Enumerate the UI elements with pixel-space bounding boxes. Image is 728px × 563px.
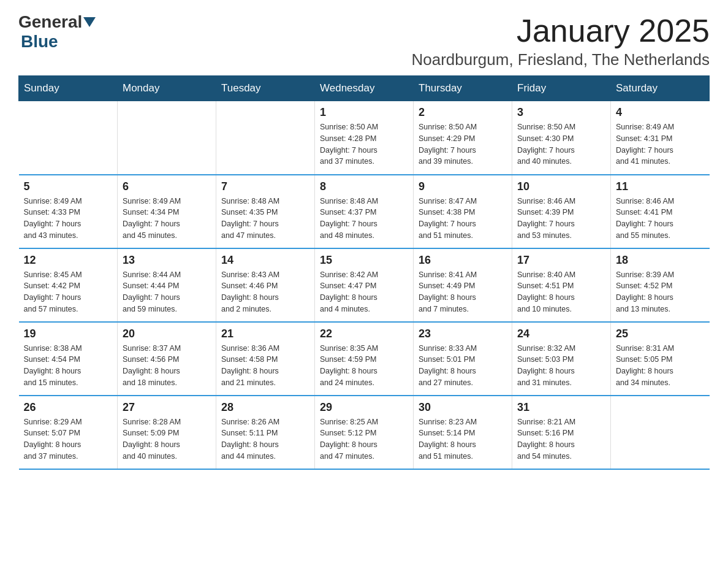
day-cell: 28Sunrise: 8:26 AM Sunset: 5:11 PM Dayli… — [216, 396, 315, 469]
week-row-5: 26Sunrise: 8:29 AM Sunset: 5:07 PM Dayli… — [19, 396, 710, 469]
day-number: 27 — [123, 401, 211, 414]
day-number: 10 — [517, 180, 605, 193]
header-cell-friday: Friday — [512, 76, 611, 101]
day-cell: 19Sunrise: 8:38 AM Sunset: 4:54 PM Dayli… — [19, 322, 118, 396]
day-cell: 30Sunrise: 8:23 AM Sunset: 5:14 PM Dayli… — [414, 396, 512, 469]
day-info: Sunrise: 8:45 AM Sunset: 4:42 PM Dayligh… — [24, 269, 113, 315]
day-cell: 4Sunrise: 8:49 AM Sunset: 4:31 PM Daylig… — [611, 101, 710, 175]
day-number: 13 — [123, 254, 211, 267]
week-row-2: 5Sunrise: 8:49 AM Sunset: 4:33 PM Daylig… — [19, 175, 710, 248]
day-info: Sunrise: 8:48 AM Sunset: 4:37 PM Dayligh… — [320, 196, 408, 242]
day-info: Sunrise: 8:40 AM Sunset: 4:51 PM Dayligh… — [517, 269, 605, 315]
day-number: 4 — [616, 106, 705, 119]
day-info: Sunrise: 8:49 AM Sunset: 4:34 PM Dayligh… — [123, 196, 211, 242]
day-number: 14 — [221, 254, 309, 267]
day-cell: 6Sunrise: 8:49 AM Sunset: 4:34 PM Daylig… — [118, 175, 216, 248]
day-info: Sunrise: 8:50 AM Sunset: 4:28 PM Dayligh… — [320, 121, 408, 167]
day-number: 29 — [320, 401, 408, 414]
day-number: 5 — [24, 180, 113, 193]
day-number: 24 — [517, 327, 605, 340]
day-number: 31 — [517, 401, 605, 414]
day-cell: 20Sunrise: 8:37 AM Sunset: 4:56 PM Dayli… — [118, 322, 216, 396]
week-row-4: 19Sunrise: 8:38 AM Sunset: 4:54 PM Dayli… — [19, 322, 710, 396]
day-info: Sunrise: 8:32 AM Sunset: 5:03 PM Dayligh… — [517, 343, 605, 389]
day-number: 25 — [616, 327, 705, 340]
day-number: 8 — [320, 180, 408, 193]
day-info: Sunrise: 8:48 AM Sunset: 4:35 PM Dayligh… — [221, 196, 309, 242]
day-info: Sunrise: 8:41 AM Sunset: 4:49 PM Dayligh… — [419, 269, 507, 315]
day-cell — [216, 101, 315, 175]
day-info: Sunrise: 8:49 AM Sunset: 4:33 PM Dayligh… — [24, 196, 113, 242]
day-info: Sunrise: 8:36 AM Sunset: 4:58 PM Dayligh… — [221, 343, 309, 389]
day-info: Sunrise: 8:25 AM Sunset: 5:12 PM Dayligh… — [320, 416, 408, 462]
logo: General Blue — [18, 12, 97, 52]
day-info: Sunrise: 8:33 AM Sunset: 5:01 PM Dayligh… — [419, 343, 507, 389]
day-cell: 27Sunrise: 8:28 AM Sunset: 5:09 PM Dayli… — [118, 396, 216, 469]
day-cell: 17Sunrise: 8:40 AM Sunset: 4:51 PM Dayli… — [512, 248, 611, 322]
calendar-table: SundayMondayTuesdayWednesdayThursdayFrid… — [18, 75, 710, 470]
calendar-body: 1Sunrise: 8:50 AM Sunset: 4:28 PM Daylig… — [19, 101, 710, 469]
calendar-header: SundayMondayTuesdayWednesdayThursdayFrid… — [19, 76, 710, 101]
day-number: 21 — [221, 327, 309, 340]
day-info: Sunrise: 8:46 AM Sunset: 4:39 PM Dayligh… — [517, 196, 605, 242]
day-cell: 18Sunrise: 8:39 AM Sunset: 4:52 PM Dayli… — [611, 248, 710, 322]
day-number: 1 — [320, 106, 408, 119]
day-cell: 23Sunrise: 8:33 AM Sunset: 5:01 PM Dayli… — [414, 322, 512, 396]
day-cell: 15Sunrise: 8:42 AM Sunset: 4:47 PM Dayli… — [315, 248, 414, 322]
day-info: Sunrise: 8:50 AM Sunset: 4:29 PM Dayligh… — [419, 121, 507, 167]
header-cell-thursday: Thursday — [414, 76, 512, 101]
day-cell: 26Sunrise: 8:29 AM Sunset: 5:07 PM Dayli… — [19, 396, 118, 469]
day-number: 28 — [221, 401, 309, 414]
day-cell: 16Sunrise: 8:41 AM Sunset: 4:49 PM Dayli… — [414, 248, 512, 322]
day-number: 17 — [517, 254, 605, 267]
day-cell: 1Sunrise: 8:50 AM Sunset: 4:28 PM Daylig… — [315, 101, 414, 175]
day-number: 18 — [616, 254, 705, 267]
header-cell-sunday: Sunday — [19, 76, 118, 101]
day-info: Sunrise: 8:35 AM Sunset: 4:59 PM Dayligh… — [320, 343, 408, 389]
day-number: 26 — [24, 401, 113, 414]
day-info: Sunrise: 8:29 AM Sunset: 5:07 PM Dayligh… — [24, 416, 113, 462]
day-info: Sunrise: 8:46 AM Sunset: 4:41 PM Dayligh… — [616, 196, 705, 242]
day-cell: 3Sunrise: 8:50 AM Sunset: 4:30 PM Daylig… — [512, 101, 611, 175]
day-number: 23 — [419, 327, 507, 340]
week-row-3: 12Sunrise: 8:45 AM Sunset: 4:42 PM Dayli… — [19, 248, 710, 322]
day-info: Sunrise: 8:49 AM Sunset: 4:31 PM Dayligh… — [616, 121, 705, 167]
logo-triangle-icon — [83, 17, 96, 27]
day-number: 30 — [419, 401, 507, 414]
day-number: 2 — [419, 106, 507, 119]
day-cell: 12Sunrise: 8:45 AM Sunset: 4:42 PM Dayli… — [19, 248, 118, 322]
header-cell-tuesday: Tuesday — [216, 76, 315, 101]
day-info: Sunrise: 8:42 AM Sunset: 4:47 PM Dayligh… — [320, 269, 408, 315]
day-cell: 11Sunrise: 8:46 AM Sunset: 4:41 PM Dayli… — [611, 175, 710, 248]
day-info: Sunrise: 8:31 AM Sunset: 5:05 PM Dayligh… — [616, 343, 705, 389]
day-cell: 29Sunrise: 8:25 AM Sunset: 5:12 PM Dayli… — [315, 396, 414, 469]
day-info: Sunrise: 8:43 AM Sunset: 4:46 PM Dayligh… — [221, 269, 309, 315]
day-info: Sunrise: 8:39 AM Sunset: 4:52 PM Dayligh… — [616, 269, 705, 315]
day-info: Sunrise: 8:26 AM Sunset: 5:11 PM Dayligh… — [221, 416, 309, 462]
day-number: 9 — [419, 180, 507, 193]
day-cell: 9Sunrise: 8:47 AM Sunset: 4:38 PM Daylig… — [414, 175, 512, 248]
day-cell: 24Sunrise: 8:32 AM Sunset: 5:03 PM Dayli… — [512, 322, 611, 396]
day-cell: 25Sunrise: 8:31 AM Sunset: 5:05 PM Dayli… — [611, 322, 710, 396]
day-cell — [611, 396, 710, 469]
header: General Blue January 2025 Noardburgum, F… — [18, 12, 710, 69]
header-row: SundayMondayTuesdayWednesdayThursdayFrid… — [19, 76, 710, 101]
logo-text: General — [18, 12, 97, 32]
day-cell: 2Sunrise: 8:50 AM Sunset: 4:29 PM Daylig… — [414, 101, 512, 175]
day-number: 15 — [320, 254, 408, 267]
day-number: 6 — [123, 180, 211, 193]
day-cell: 10Sunrise: 8:46 AM Sunset: 4:39 PM Dayli… — [512, 175, 611, 248]
day-cell — [118, 101, 216, 175]
header-cell-saturday: Saturday — [611, 76, 710, 101]
day-info: Sunrise: 8:21 AM Sunset: 5:16 PM Dayligh… — [517, 416, 605, 462]
day-info: Sunrise: 8:47 AM Sunset: 4:38 PM Dayligh… — [419, 196, 507, 242]
header-cell-wednesday: Wednesday — [315, 76, 414, 101]
day-cell: 5Sunrise: 8:49 AM Sunset: 4:33 PM Daylig… — [19, 175, 118, 248]
day-info: Sunrise: 8:28 AM Sunset: 5:09 PM Dayligh… — [123, 416, 211, 462]
day-info: Sunrise: 8:38 AM Sunset: 4:54 PM Dayligh… — [24, 343, 113, 389]
day-number: 12 — [24, 254, 113, 267]
day-number: 16 — [419, 254, 507, 267]
day-cell: 8Sunrise: 8:48 AM Sunset: 4:37 PM Daylig… — [315, 175, 414, 248]
day-cell: 21Sunrise: 8:36 AM Sunset: 4:58 PM Dayli… — [216, 322, 315, 396]
day-info: Sunrise: 8:50 AM Sunset: 4:30 PM Dayligh… — [517, 121, 605, 167]
